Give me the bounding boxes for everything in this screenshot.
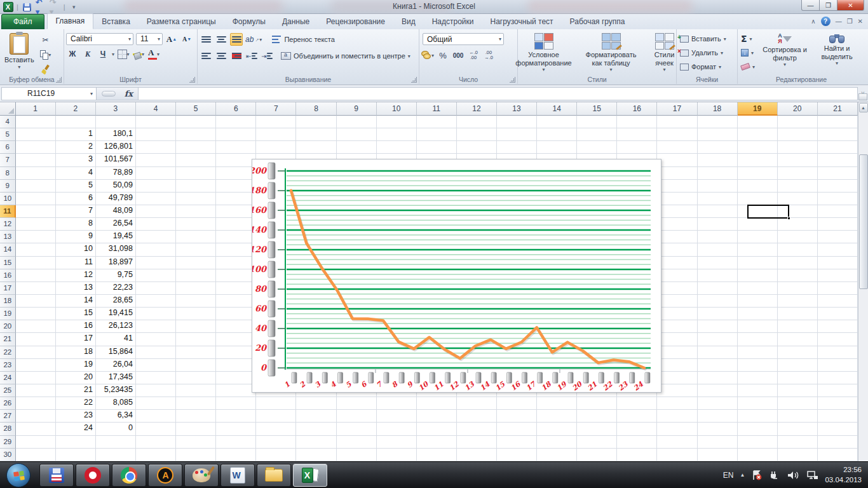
underline-arrow[interactable]: ▾ xyxy=(112,51,114,57)
cell-R29C17[interactable] xyxy=(657,436,697,449)
cell-R8C19[interactable] xyxy=(738,167,778,180)
cell-R7C21[interactable] xyxy=(818,154,858,166)
cell-R4C7[interactable] xyxy=(256,116,296,128)
cell-R17C1[interactable] xyxy=(16,282,56,295)
row-header-12[interactable]: 12 xyxy=(0,218,16,231)
cell-R23C5[interactable] xyxy=(176,359,216,372)
cell-R6C11[interactable] xyxy=(417,141,457,154)
cell-R24C4[interactable] xyxy=(136,372,176,384)
cell-R28C18[interactable] xyxy=(698,423,738,435)
dialog-launcher-icon[interactable] xyxy=(411,77,417,83)
cell-R5C10[interactable] xyxy=(377,128,417,141)
cell-R17C4[interactable] xyxy=(136,282,176,295)
cell-R8C6[interactable] xyxy=(216,167,256,180)
dialog-launcher-icon[interactable] xyxy=(510,77,515,83)
cell-R15C18[interactable] xyxy=(698,257,738,269)
cell-R27C2[interactable]: 23 xyxy=(56,410,96,423)
italic-button[interactable]: К xyxy=(81,48,94,60)
copy-icon[interactable]: ▾ xyxy=(39,48,52,61)
cell-R16C21[interactable] xyxy=(818,269,858,282)
cell-R28C7[interactable] xyxy=(256,423,296,435)
font-color-icon[interactable]: A▾ xyxy=(147,48,160,60)
cell-R7C20[interactable] xyxy=(778,154,818,166)
cell-R28C1[interactable] xyxy=(16,423,56,435)
column-header-21[interactable]: 21 xyxy=(818,102,858,116)
cell-R5C3[interactable]: 180,1 xyxy=(96,128,136,141)
cell-R5C11[interactable] xyxy=(417,128,457,141)
cell-R21C2[interactable]: 17 xyxy=(56,333,96,346)
cell-R27C1[interactable] xyxy=(16,410,56,423)
format-painter-icon[interactable] xyxy=(39,63,52,76)
collapse-ribbon-icon[interactable]: ∧ xyxy=(811,18,815,25)
cell-R26C15[interactable] xyxy=(577,397,617,410)
cell-R20C19[interactable] xyxy=(738,320,778,333)
cell-R30C15[interactable] xyxy=(577,449,617,461)
cell-R10C18[interactable] xyxy=(698,193,738,205)
cell-R26C19[interactable] xyxy=(738,397,778,410)
cell-R30C11[interactable] xyxy=(417,449,457,461)
row-header-5[interactable]: 5 xyxy=(0,128,16,141)
row-header-25[interactable]: 25 xyxy=(0,384,16,397)
cell-R29C13[interactable] xyxy=(497,436,537,449)
cell-R27C17[interactable] xyxy=(657,410,697,423)
cell-R10C17[interactable] xyxy=(657,193,697,205)
cell-R4C12[interactable] xyxy=(457,116,497,128)
cell-R28C11[interactable] xyxy=(417,423,457,435)
shrink-font-icon[interactable]: A▼ xyxy=(180,32,193,45)
cell-R4C3[interactable] xyxy=(96,116,136,128)
cell-R24C2[interactable]: 20 xyxy=(56,372,96,384)
cell-R14C1[interactable] xyxy=(16,243,56,256)
cell-R21C6[interactable] xyxy=(216,333,256,346)
cell-R15C1[interactable] xyxy=(16,257,56,269)
cell-R17C5[interactable] xyxy=(176,282,216,295)
cell-R25C2[interactable]: 21 xyxy=(56,384,96,397)
cell-R23C1[interactable] xyxy=(16,359,56,372)
cell-R14C20[interactable] xyxy=(778,243,818,256)
cell-R26C10[interactable] xyxy=(377,397,417,410)
cell-R24C3[interactable]: 17,345 xyxy=(96,372,136,384)
cell-R5C19[interactable] xyxy=(738,128,778,141)
cell-R6C14[interactable] xyxy=(537,141,577,154)
cell-R18C18[interactable] xyxy=(698,295,738,308)
font-size-combo[interactable]: 11▾ xyxy=(136,33,163,45)
cell-R24C5[interactable] xyxy=(176,372,216,384)
cell-R23C4[interactable] xyxy=(136,359,176,372)
cell-R5C16[interactable] xyxy=(617,128,657,141)
cell-R30C20[interactable] xyxy=(778,449,818,461)
cell-R11C5[interactable] xyxy=(176,205,216,218)
cell-R15C3[interactable]: 18,897 xyxy=(96,257,136,269)
cell-R12C4[interactable] xyxy=(136,218,176,231)
cell-R30C14[interactable] xyxy=(537,449,577,461)
cell-R30C16[interactable] xyxy=(617,449,657,461)
cell-R16C19[interactable] xyxy=(738,269,778,282)
column-header-5[interactable]: 5 xyxy=(176,102,216,116)
cell-R30C5[interactable] xyxy=(176,449,216,461)
cell-R4C21[interactable] xyxy=(818,116,858,128)
cell-R6C20[interactable] xyxy=(778,141,818,154)
cell-R28C21[interactable] xyxy=(818,423,858,435)
cell-R9C6[interactable] xyxy=(216,180,256,193)
cell-R10C1[interactable] xyxy=(16,193,56,205)
cell-R12C19[interactable] xyxy=(738,218,778,231)
cell-R28C17[interactable] xyxy=(657,423,697,435)
cell-R4C1[interactable] xyxy=(16,116,56,128)
cell-R13C6[interactable] xyxy=(216,231,256,243)
cell-R13C2[interactable]: 9 xyxy=(56,231,96,243)
cell-R14C6[interactable] xyxy=(216,243,256,256)
cell-R30C12[interactable] xyxy=(457,449,497,461)
cell-R5C12[interactable] xyxy=(457,128,497,141)
cell-R30C9[interactable] xyxy=(337,449,377,461)
cell-R5C18[interactable] xyxy=(698,128,738,141)
cell-R14C5[interactable] xyxy=(176,243,216,256)
cell-R5C4[interactable] xyxy=(136,128,176,141)
cell-R26C9[interactable] xyxy=(337,397,377,410)
cell-R30C8[interactable] xyxy=(296,449,336,461)
cell-R26C8[interactable] xyxy=(296,397,336,410)
cell-R6C3[interactable]: 126,801 xyxy=(96,141,136,154)
cell-R4C10[interactable] xyxy=(377,116,417,128)
cell-R5C1[interactable] xyxy=(16,128,56,141)
percent-style-icon[interactable]: % xyxy=(437,49,449,62)
cell-R30C2[interactable] xyxy=(56,449,96,461)
cell-R24C17[interactable] xyxy=(657,372,697,384)
cell-R22C2[interactable]: 18 xyxy=(56,346,96,359)
